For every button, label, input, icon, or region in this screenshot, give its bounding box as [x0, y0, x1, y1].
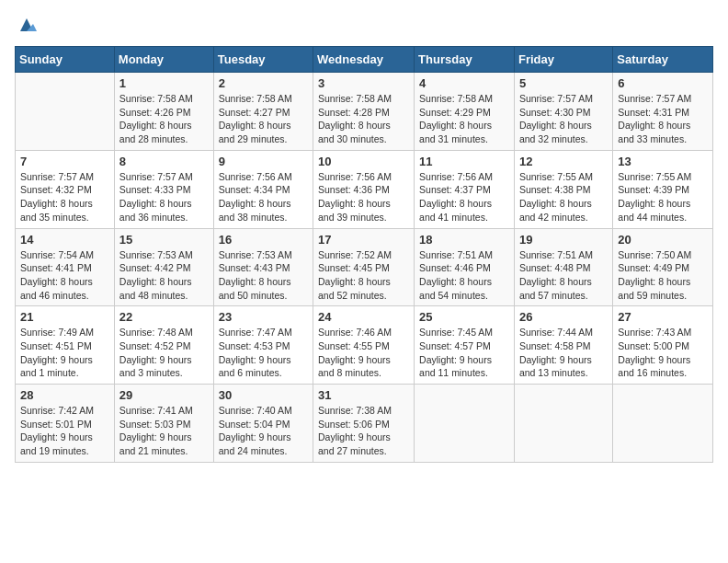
calendar-cell: 25Sunrise: 7:45 AM Sunset: 4:57 PM Dayli… [415, 306, 515, 385]
day-number: 14 [20, 233, 109, 247]
day-number: 6 [618, 76, 708, 90]
calendar-table: SundayMondayTuesdayWednesdayThursdayFrid… [15, 46, 713, 463]
calendar-cell: 22Sunrise: 7:48 AM Sunset: 4:52 PM Dayli… [114, 306, 213, 385]
logo-icon [17, 15, 37, 35]
calendar-cell: 12Sunrise: 7:55 AM Sunset: 4:38 PM Dayli… [514, 150, 612, 228]
day-number: 8 [119, 155, 209, 168]
calendar-cell: 21Sunrise: 7:49 AM Sunset: 4:51 PM Dayli… [16, 306, 115, 385]
day-number: 1 [119, 76, 209, 90]
day-number: 3 [318, 76, 409, 90]
calendar-cell: 28Sunrise: 7:42 AM Sunset: 5:01 PM Dayli… [16, 385, 115, 463]
calendar-cell: 31Sunrise: 7:38 AM Sunset: 5:06 PM Dayli… [313, 385, 415, 463]
day-number: 5 [519, 76, 608, 90]
logo-general [15, 15, 37, 39]
header-cell-sunday: Sunday [16, 47, 115, 73]
day-detail: Sunrise: 7:57 AM Sunset: 4:31 PM Dayligh… [618, 92, 708, 146]
day-number: 28 [20, 388, 109, 402]
day-detail: Sunrise: 7:57 AM Sunset: 4:33 PM Dayligh… [119, 170, 209, 224]
day-number: 31 [318, 388, 409, 402]
day-detail: Sunrise: 7:56 AM Sunset: 4:37 PM Dayligh… [419, 170, 509, 224]
calendar-cell: 8Sunrise: 7:57 AM Sunset: 4:33 PM Daylig… [114, 150, 213, 228]
calendar-cell: 11Sunrise: 7:56 AM Sunset: 4:37 PM Dayli… [415, 150, 515, 228]
calendar-week-row: 14Sunrise: 7:54 AM Sunset: 4:41 PM Dayli… [16, 228, 713, 306]
day-number: 18 [419, 233, 509, 247]
header-cell-thursday: Thursday [415, 47, 515, 73]
day-detail: Sunrise: 7:51 AM Sunset: 4:46 PM Dayligh… [419, 248, 509, 303]
day-detail: Sunrise: 7:40 AM Sunset: 5:04 PM Dayligh… [219, 404, 308, 458]
day-detail: Sunrise: 7:44 AM Sunset: 4:58 PM Dayligh… [519, 326, 608, 380]
day-detail: Sunrise: 7:41 AM Sunset: 5:03 PM Dayligh… [119, 404, 209, 458]
day-detail: Sunrise: 7:51 AM Sunset: 4:48 PM Dayligh… [519, 248, 608, 303]
calendar-cell: 19Sunrise: 7:51 AM Sunset: 4:48 PM Dayli… [514, 228, 612, 306]
day-number: 10 [318, 155, 409, 168]
day-detail: Sunrise: 7:43 AM Sunset: 5:00 PM Dayligh… [618, 326, 708, 380]
calendar-cell [613, 385, 713, 463]
day-number: 21 [20, 310, 109, 324]
calendar-week-row: 7Sunrise: 7:57 AM Sunset: 4:32 PM Daylig… [16, 150, 713, 228]
calendar-cell: 20Sunrise: 7:50 AM Sunset: 4:49 PM Dayli… [613, 228, 713, 306]
day-detail: Sunrise: 7:54 AM Sunset: 4:41 PM Dayligh… [20, 248, 109, 303]
calendar-cell: 9Sunrise: 7:56 AM Sunset: 4:34 PM Daylig… [213, 150, 313, 228]
calendar-cell: 27Sunrise: 7:43 AM Sunset: 5:00 PM Dayli… [613, 306, 713, 385]
calendar-cell: 2Sunrise: 7:58 AM Sunset: 4:27 PM Daylig… [213, 73, 313, 151]
calendar-cell: 24Sunrise: 7:46 AM Sunset: 4:55 PM Dayli… [313, 306, 415, 385]
calendar-cell: 1Sunrise: 7:58 AM Sunset: 4:26 PM Daylig… [114, 73, 213, 151]
day-number: 4 [419, 76, 509, 90]
day-detail: Sunrise: 7:55 AM Sunset: 4:38 PM Dayligh… [519, 170, 608, 224]
calendar-cell: 29Sunrise: 7:41 AM Sunset: 5:03 PM Dayli… [114, 385, 213, 463]
day-detail: Sunrise: 7:53 AM Sunset: 4:42 PM Dayligh… [119, 248, 209, 303]
day-detail: Sunrise: 7:55 AM Sunset: 4:39 PM Dayligh… [618, 170, 708, 224]
calendar-week-row: 21Sunrise: 7:49 AM Sunset: 4:51 PM Dayli… [16, 306, 713, 385]
day-number: 9 [219, 155, 308, 168]
day-number: 7 [20, 155, 109, 168]
day-number: 19 [519, 233, 608, 247]
header-cell-saturday: Saturday [613, 47, 713, 73]
day-detail: Sunrise: 7:49 AM Sunset: 4:51 PM Dayligh… [20, 326, 109, 380]
day-detail: Sunrise: 7:48 AM Sunset: 4:52 PM Dayligh… [119, 326, 209, 380]
logo [15, 15, 37, 39]
page-header [15, 15, 713, 39]
day-detail: Sunrise: 7:56 AM Sunset: 4:34 PM Dayligh… [219, 170, 308, 224]
day-number: 11 [419, 155, 509, 168]
day-number: 24 [318, 310, 409, 324]
day-detail: Sunrise: 7:50 AM Sunset: 4:49 PM Dayligh… [618, 248, 708, 303]
day-number: 22 [119, 310, 209, 324]
day-number: 25 [419, 310, 509, 324]
calendar-cell: 4Sunrise: 7:58 AM Sunset: 4:29 PM Daylig… [415, 73, 515, 151]
calendar-cell [514, 385, 612, 463]
calendar-cell [415, 385, 515, 463]
day-number: 27 [618, 310, 708, 324]
calendar-cell: 26Sunrise: 7:44 AM Sunset: 4:58 PM Dayli… [514, 306, 612, 385]
calendar-cell: 3Sunrise: 7:58 AM Sunset: 4:28 PM Daylig… [313, 73, 415, 151]
day-number: 30 [219, 388, 308, 402]
day-number: 2 [219, 76, 308, 90]
calendar-cell: 13Sunrise: 7:55 AM Sunset: 4:39 PM Dayli… [613, 150, 713, 228]
day-detail: Sunrise: 7:38 AM Sunset: 5:06 PM Dayligh… [318, 404, 409, 458]
calendar-cell [16, 73, 115, 151]
calendar-cell: 14Sunrise: 7:54 AM Sunset: 4:41 PM Dayli… [16, 228, 115, 306]
day-number: 23 [219, 310, 308, 324]
day-detail: Sunrise: 7:57 AM Sunset: 4:32 PM Dayligh… [20, 170, 109, 224]
day-detail: Sunrise: 7:56 AM Sunset: 4:36 PM Dayligh… [318, 170, 409, 224]
day-number: 13 [618, 155, 708, 168]
calendar-cell: 7Sunrise: 7:57 AM Sunset: 4:32 PM Daylig… [16, 150, 115, 228]
calendar-cell: 10Sunrise: 7:56 AM Sunset: 4:36 PM Dayli… [313, 150, 415, 228]
day-detail: Sunrise: 7:58 AM Sunset: 4:27 PM Dayligh… [219, 92, 308, 146]
day-detail: Sunrise: 7:42 AM Sunset: 5:01 PM Dayligh… [20, 404, 109, 458]
day-number: 15 [119, 233, 209, 247]
calendar-cell: 15Sunrise: 7:53 AM Sunset: 4:42 PM Dayli… [114, 228, 213, 306]
day-detail: Sunrise: 7:58 AM Sunset: 4:28 PM Dayligh… [318, 92, 409, 146]
calendar-week-row: 1Sunrise: 7:58 AM Sunset: 4:26 PM Daylig… [16, 73, 713, 151]
day-number: 17 [318, 233, 409, 247]
day-detail: Sunrise: 7:58 AM Sunset: 4:29 PM Dayligh… [419, 92, 509, 146]
header-cell-monday: Monday [114, 47, 213, 73]
day-number: 20 [618, 233, 708, 247]
day-number: 29 [119, 388, 209, 402]
day-detail: Sunrise: 7:47 AM Sunset: 4:53 PM Dayligh… [219, 326, 308, 380]
calendar-cell: 23Sunrise: 7:47 AM Sunset: 4:53 PM Dayli… [213, 306, 313, 385]
calendar-cell: 6Sunrise: 7:57 AM Sunset: 4:31 PM Daylig… [613, 73, 713, 151]
day-detail: Sunrise: 7:45 AM Sunset: 4:57 PM Dayligh… [419, 326, 509, 380]
calendar-cell: 18Sunrise: 7:51 AM Sunset: 4:46 PM Dayli… [415, 228, 515, 306]
header-cell-friday: Friday [514, 47, 612, 73]
header-cell-wednesday: Wednesday [313, 47, 415, 73]
